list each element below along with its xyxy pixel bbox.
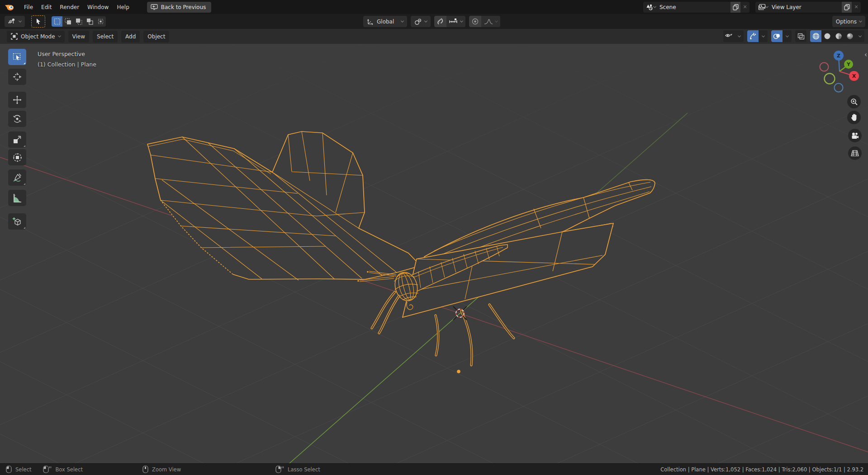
menu-render[interactable]: Render bbox=[56, 3, 83, 12]
gizmo-axis-neg-z[interactable] bbox=[835, 84, 843, 92]
gizmo-arrow-icon bbox=[749, 33, 757, 40]
tool-select-box[interactable] bbox=[8, 49, 26, 65]
view-layer-name[interactable]: View Layer bbox=[768, 4, 842, 10]
select-mode-subtract[interactable] bbox=[73, 16, 84, 27]
select-mode-set[interactable] bbox=[52, 16, 62, 27]
viewport-menu-add[interactable]: Add bbox=[121, 31, 140, 42]
select-mode-intersect[interactable] bbox=[95, 16, 106, 27]
sidebar-collapse-arrow[interactable]: ‹ bbox=[864, 51, 867, 59]
mouse-mmb-icon bbox=[142, 466, 148, 473]
active-tool-indicator[interactable] bbox=[31, 15, 45, 28]
transform-orientation-dropdown[interactable]: Global bbox=[363, 16, 407, 27]
tool-scale[interactable] bbox=[8, 132, 26, 148]
select-mode-invert[interactable] bbox=[84, 16, 95, 27]
gizmo-x-label: X bbox=[852, 73, 856, 79]
select-mode-extend[interactable] bbox=[62, 16, 73, 27]
viewport-editor-icon bbox=[8, 18, 16, 25]
mode-dropdown[interactable]: Object Mode bbox=[7, 31, 65, 42]
tool-add-cube[interactable] bbox=[8, 213, 26, 230]
shading-dropdown[interactable] bbox=[855, 30, 864, 42]
tool-rotate[interactable] bbox=[8, 111, 26, 127]
view-layer-icon bbox=[758, 4, 766, 11]
scale-icon bbox=[13, 135, 22, 144]
options-button[interactable]: Options bbox=[832, 16, 865, 27]
status-bar: Select Box Select Zoom View Lasso Sele bbox=[0, 463, 868, 475]
view-layer-remove-button[interactable]: ✕ bbox=[852, 2, 861, 13]
viewport-3d[interactable]: Z Y X Object Mode View Select Add Object bbox=[0, 29, 868, 463]
overlays-control bbox=[771, 30, 792, 42]
viewport-header: Object Mode View Select Add Object bbox=[0, 29, 868, 44]
hint-box-select: Box Select bbox=[43, 466, 83, 473]
transform-icon bbox=[13, 153, 22, 162]
show-gizmos-toggle[interactable] bbox=[747, 30, 759, 42]
orientation-axes-icon bbox=[367, 18, 374, 25]
hand-icon bbox=[850, 113, 858, 122]
gizmo-axis-neg-x[interactable] bbox=[820, 63, 829, 71]
snap-controls bbox=[434, 16, 465, 27]
back-button-label: Back to Previous bbox=[161, 4, 206, 10]
pivot-point-dropdown[interactable] bbox=[411, 16, 431, 27]
pivot-icon bbox=[414, 18, 422, 25]
camera-view-button[interactable] bbox=[848, 129, 862, 142]
object-visibility-dropdown[interactable] bbox=[723, 30, 744, 42]
object-mode-icon bbox=[11, 33, 18, 40]
cursor-tool-icon bbox=[13, 72, 22, 81]
magnet-icon bbox=[437, 18, 444, 25]
gizmos-dropdown[interactable] bbox=[759, 30, 768, 42]
rendered-sphere-icon bbox=[846, 33, 854, 40]
menu-window[interactable]: Window bbox=[83, 3, 113, 12]
annotate-pen-icon bbox=[13, 173, 22, 182]
object-origin-dot bbox=[457, 370, 460, 373]
shading-material-button[interactable] bbox=[833, 30, 844, 42]
snap-chevron bbox=[460, 19, 463, 23]
select-mode-group bbox=[52, 16, 106, 27]
proportional-falloff-dropdown[interactable] bbox=[481, 16, 500, 27]
scene-statistics: Collection | Plane | Verts:1,052 | Faces… bbox=[660, 466, 863, 473]
zoom-view-button[interactable] bbox=[847, 95, 861, 108]
tool-cursor[interactable] bbox=[8, 69, 26, 85]
hint-box-select-label: Box Select bbox=[55, 466, 83, 473]
viewport-menu-select[interactable]: Select bbox=[93, 31, 118, 42]
back-to-previous-button[interactable]: Back to Previous bbox=[147, 2, 212, 13]
gizmo-axis-neg-y[interactable] bbox=[825, 74, 835, 84]
menu-file[interactable]: File bbox=[20, 3, 37, 12]
shading-solid-button[interactable] bbox=[821, 30, 833, 42]
topbar: File Edit Render Window Help Back to Pre… bbox=[0, 0, 868, 14]
tool-transform[interactable] bbox=[8, 149, 26, 165]
proportional-edit-controls bbox=[469, 16, 500, 27]
visibility-eye-icon bbox=[725, 33, 733, 39]
tool-measure[interactable] bbox=[8, 190, 26, 206]
blender-window: File Edit Render Window Help Back to Pre… bbox=[0, 0, 868, 475]
proportional-edit-toggle[interactable] bbox=[469, 16, 481, 27]
scene-name[interactable]: Scene bbox=[656, 4, 730, 10]
view-layer-selector[interactable]: View Layer ✕ bbox=[755, 2, 861, 13]
tool-annotate[interactable] bbox=[8, 169, 26, 186]
show-overlays-toggle[interactable] bbox=[771, 30, 783, 42]
pan-view-button[interactable] bbox=[847, 111, 861, 124]
menu-edit[interactable]: Edit bbox=[37, 3, 56, 12]
rotate-icon bbox=[13, 114, 22, 123]
viewport-menu-view[interactable]: View bbox=[68, 31, 89, 42]
scene-unlink-button[interactable]: ✕ bbox=[740, 2, 749, 13]
viewport-menu-object[interactable]: Object bbox=[143, 31, 169, 42]
scene-icon bbox=[646, 4, 654, 11]
menu-help[interactable]: Help bbox=[113, 3, 133, 12]
proportional-circle-icon bbox=[472, 18, 479, 25]
toggle-perspective-button[interactable] bbox=[848, 146, 862, 160]
scene-selector[interactable]: Scene ✕ bbox=[643, 2, 749, 13]
xray-toggle[interactable] bbox=[795, 30, 806, 42]
view-layer-new-button[interactable] bbox=[842, 2, 852, 13]
shading-wireframe-button[interactable] bbox=[810, 30, 821, 42]
xray-icon bbox=[797, 33, 805, 40]
editor-type-button[interactable] bbox=[5, 16, 25, 27]
viewport-header-right bbox=[723, 30, 864, 42]
snap-mode-dropdown[interactable] bbox=[446, 16, 465, 27]
snap-toggle[interactable] bbox=[434, 16, 446, 27]
scene-new-button[interactable] bbox=[730, 2, 740, 13]
overlays-dropdown[interactable] bbox=[783, 30, 792, 42]
hint-select: Select bbox=[6, 466, 31, 473]
magnifier-icon bbox=[850, 98, 858, 106]
add-cube-icon bbox=[12, 216, 22, 226]
tool-move[interactable] bbox=[8, 92, 26, 108]
shading-rendered-button[interactable] bbox=[844, 30, 855, 42]
